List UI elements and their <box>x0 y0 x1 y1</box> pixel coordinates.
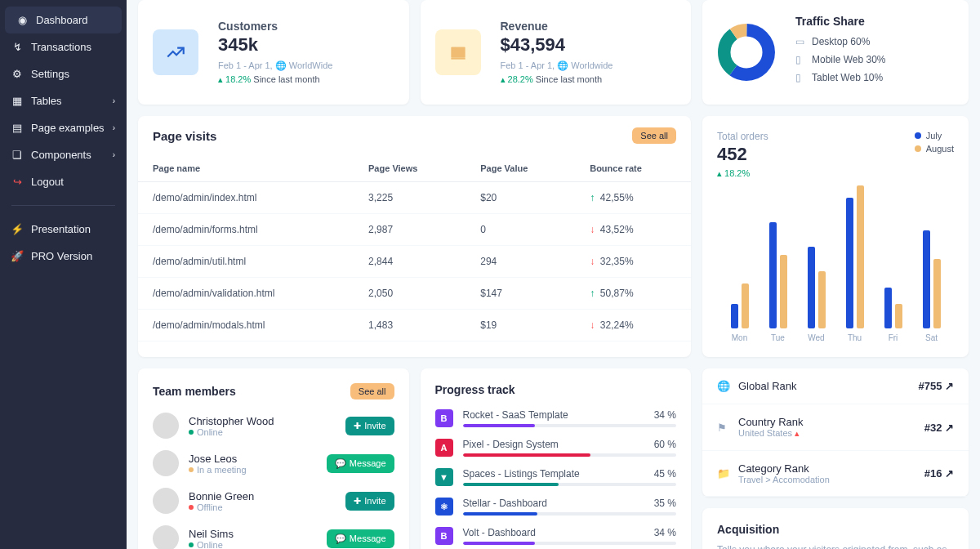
arrow-up-icon: ↑ <box>590 192 595 203</box>
nav-label: Logout <box>31 176 64 188</box>
traffic-card: Traffic Share ▭Desktop 60%▯Mobile Web 30… <box>702 0 969 105</box>
arrow-up-icon: ↑ <box>590 288 595 299</box>
orders-change: ▴ 18.2% <box>717 168 768 179</box>
invite-button[interactable]: ✚Invite <box>345 492 394 511</box>
rank-icon: ⚑ <box>717 422 730 434</box>
visits-table: Page namePage ViewsPage ValueBounce rate… <box>138 155 691 341</box>
rank-title: Global Rank <box>738 380 910 392</box>
project-pct: 34 % <box>654 409 676 421</box>
table-row[interactable]: /demo/admin/index.html3,225$20↑ 42,55% <box>138 182 691 214</box>
progress-item: ▼Spaces - Listings Template45 % <box>435 468 677 486</box>
member-name: Christopher Wood <box>189 415 336 427</box>
nav-icon: ↪ <box>11 176 23 188</box>
device-icon: ▯ <box>795 72 805 83</box>
section-title: Progress track <box>435 383 515 396</box>
device-icon: ▯ <box>795 54 805 65</box>
member-name: Neil Sims <box>189 528 317 540</box>
nav-pro-version[interactable]: 🚀PRO Version <box>0 243 127 270</box>
traffic-item: ▭Desktop 60% <box>795 36 954 47</box>
progress-item: BVolt - Dashboard34 % <box>435 527 677 545</box>
rank-card: 🌐Global Rank#755 ↗⚑Country RankUnited St… <box>702 368 969 497</box>
stat-title: Customers <box>218 20 332 33</box>
bar-group: Tue <box>769 222 787 342</box>
svg-rect-0 <box>451 47 465 58</box>
chart-icon: ↗ <box>945 467 954 480</box>
chart-icon: ↗ <box>945 380 954 392</box>
member-status: Offline <box>189 502 336 512</box>
table-row[interactable]: /demo/admin/forms.html2,9870↓ 43,52% <box>138 214 691 246</box>
invite-button[interactable]: ✚Invite <box>345 417 394 435</box>
nav-dashboard[interactable]: ◉Dashboard <box>5 7 122 33</box>
nav-icon: ↯ <box>11 42 23 53</box>
project-icon: B <box>435 409 453 427</box>
table-header: Page Value <box>466 155 575 182</box>
nav-tables[interactable]: ▦Tables› <box>0 87 127 114</box>
traffic-title: Traffic Share <box>795 15 954 28</box>
nav-icon: ❏ <box>11 150 23 161</box>
traffic-item: ▯Mobile Web 30% <box>795 54 954 65</box>
project-pct: 60 % <box>654 439 676 450</box>
rank-value: #755 ↗ <box>918 380 954 392</box>
section-title: Team members <box>153 385 236 398</box>
bar-group: Wed <box>808 247 826 342</box>
project-icon: ⚛ <box>435 498 453 516</box>
stat-period: Feb 1 - Apr 1, 🌐 Worldwide <box>501 60 613 71</box>
orders-card: Total orders 452 ▴ 18.2% JulyAugust MonT… <box>702 116 969 357</box>
page-visits-card: Page visits See all Page namePage ViewsP… <box>138 116 691 357</box>
nav-settings[interactable]: ⚙Settings <box>0 60 127 87</box>
register-icon <box>435 29 481 75</box>
table-row[interactable]: /demo/admin/util.html2,844294↓ 32,35% <box>138 246 691 278</box>
bar-chart: MonTueWedThuFriSat <box>717 195 954 342</box>
table-row[interactable]: /demo/admin/validation.html2,050$147↑ 50… <box>138 278 691 310</box>
team-member: Jose LeosIn a meeting💬Message <box>153 450 394 476</box>
member-name: Jose Leos <box>189 453 317 465</box>
rank-icon: 🌐 <box>717 380 730 392</box>
message-button[interactable]: 💬Message <box>327 529 394 548</box>
bar-group: Fri <box>884 288 902 342</box>
svg-rect-1 <box>451 58 465 60</box>
nav-label: Presentation <box>31 223 91 235</box>
nav-icon: ▤ <box>11 123 23 134</box>
rank-icon: 📁 <box>717 467 730 480</box>
see-all-button[interactable]: See all <box>632 127 676 144</box>
progress-card: Progress track BRocket - SaaS Template34… <box>421 368 692 549</box>
table-header: Page Views <box>354 155 466 182</box>
stat-value: 345k <box>218 34 332 56</box>
project-icon: ▼ <box>435 468 453 486</box>
nav-icon: ⚡ <box>11 224 23 235</box>
nav-components[interactable]: ❏Components› <box>0 141 127 168</box>
rank-sub: Travel > Accomodation <box>738 475 916 484</box>
device-icon: ▭ <box>795 36 805 47</box>
sidebar: ◉Dashboard↯Transactions⚙Settings▦Tables›… <box>0 0 127 549</box>
nav-transactions[interactable]: ↯Transactions <box>0 33 127 60</box>
stat-title: Revenue <box>501 20 613 33</box>
project-icon: A <box>435 439 453 457</box>
member-status: In a meeting <box>189 465 317 475</box>
acq-description: Tells you where your visitors originated… <box>717 542 954 549</box>
stat-period: Feb 1 - Apr 1, 🌐 WorldWide <box>218 60 332 71</box>
rank-item: ⚑Country RankUnited States ▴#32 ↗ <box>702 404 969 451</box>
bar-group: Sat <box>923 230 941 342</box>
nav-label: Dashboard <box>36 14 88 26</box>
stat-change: ▴ 18.2% Since last month <box>218 74 332 85</box>
project-pct: 45 % <box>654 468 676 480</box>
nav-icon: ▦ <box>11 96 23 107</box>
rank-sub: United States ▴ <box>738 428 916 439</box>
customers-card: Customers 345k Feb 1 - Apr 1, 🌐 WorldWid… <box>138 0 409 105</box>
nav-logout[interactable]: ↪Logout <box>0 168 127 195</box>
arrow-down-icon: ↓ <box>590 224 595 235</box>
progress-item: APixel - Design System60 % <box>435 439 677 457</box>
nav-page-examples[interactable]: ▤Page examples› <box>0 114 127 141</box>
message-button[interactable]: 💬Message <box>327 454 394 473</box>
donut-chart <box>717 23 776 82</box>
traffic-item: ▯Tablet Web 10% <box>795 72 954 83</box>
table-header: Bounce rate <box>575 155 691 182</box>
chat-icon: ✚ <box>354 496 361 507</box>
see-all-button[interactable]: See all <box>350 383 394 399</box>
table-row[interactable]: /demo/admin/modals.html1,483$19↓ 32,24% <box>138 310 691 341</box>
section-title: Page visits <box>153 129 216 143</box>
chat-icon: ✚ <box>354 421 361 431</box>
nav-presentation[interactable]: ⚡Presentation <box>0 216 127 243</box>
nav-label: Page examples <box>31 122 105 134</box>
rank-item: 📁Category RankTravel > Accomodation #16 … <box>702 451 969 497</box>
